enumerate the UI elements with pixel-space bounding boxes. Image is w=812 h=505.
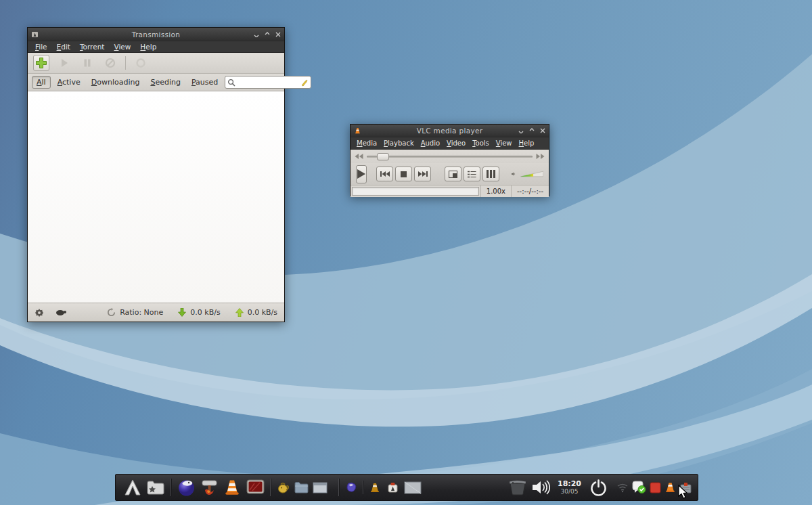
maximize-icon[interactable] xyxy=(264,31,270,37)
equalizer-icon xyxy=(487,170,495,178)
taskbar-window-transmission[interactable] xyxy=(384,477,402,498)
torrent-properties-button[interactable] xyxy=(133,55,149,71)
stop-button[interactable] xyxy=(395,167,412,181)
filter-all[interactable]: All xyxy=(32,76,51,89)
documents-folder-launcher[interactable] xyxy=(292,477,311,498)
web-browser-launcher[interactable] xyxy=(175,475,198,500)
pause-torrent-button[interactable] xyxy=(79,55,95,71)
seek-slider[interactable] xyxy=(367,153,533,160)
file-manager-launcher[interactable] xyxy=(144,475,167,500)
desktop: Transmission File Edit Torrent View Help xyxy=(0,0,812,505)
filter-paused[interactable]: Paused xyxy=(187,76,222,88)
mute-speaker-icon[interactable] xyxy=(512,170,516,178)
menu-view[interactable]: View xyxy=(109,42,135,51)
search-icon xyxy=(227,79,235,87)
search-box[interactable] xyxy=(225,76,311,89)
transmission-filterbar: All Active Downloading Seeding Paused xyxy=(28,74,284,91)
transmission-menubar: File Edit Torrent View Help xyxy=(28,41,284,53)
filter-active[interactable]: Active xyxy=(53,76,85,88)
clock-applet[interactable]: 18:20 30/05 xyxy=(558,480,581,496)
red-terminal-icon xyxy=(246,479,265,496)
toolbar-separator xyxy=(125,56,126,70)
next-button[interactable] xyxy=(414,167,431,181)
close-icon[interactable] xyxy=(539,128,545,134)
build-tool-launcher[interactable] xyxy=(198,475,221,500)
transmission-window-icon xyxy=(387,482,399,493)
gear-icon[interactable] xyxy=(35,308,44,317)
transmission-titlebar[interactable]: Transmission xyxy=(28,28,284,41)
seek-back-icon[interactable] xyxy=(355,153,363,160)
trash-applet[interactable] xyxy=(506,475,529,500)
taskbar-window-browser[interactable] xyxy=(342,477,361,498)
menu-media[interactable]: Media xyxy=(353,139,380,148)
vlc-menubar: Media Playback Audio Video Tools View He… xyxy=(351,137,549,150)
download-arrow-icon xyxy=(178,308,186,317)
update-manager-tray-icon[interactable] xyxy=(632,481,646,494)
playlist-icon xyxy=(468,171,476,178)
vlc-cone-icon xyxy=(223,479,241,496)
menu-tools[interactable]: Tools xyxy=(469,139,493,148)
network-tray-icon[interactable] xyxy=(616,482,629,493)
torrent-list[interactable] xyxy=(28,91,284,303)
close-icon[interactable] xyxy=(275,31,281,37)
app-menu-button[interactable] xyxy=(121,475,144,500)
terminal-launcher[interactable] xyxy=(244,475,267,500)
menu-playback[interactable]: Playback xyxy=(380,139,418,148)
speaker-icon xyxy=(531,479,550,496)
filter-downloading[interactable]: Downloading xyxy=(87,76,144,88)
play-icon xyxy=(59,58,70,68)
playlist-button[interactable] xyxy=(464,167,480,181)
properties-icon xyxy=(135,58,146,68)
equalizer-button[interactable] xyxy=(482,167,499,181)
remove-torrent-button[interactable] xyxy=(102,55,118,71)
globe-window-icon xyxy=(346,482,357,493)
menu-help[interactable]: Help xyxy=(135,42,161,51)
add-torrent-button[interactable] xyxy=(33,55,49,71)
turtle-speed-icon[interactable] xyxy=(55,309,67,316)
time-display[interactable]: --:--/--:-- xyxy=(511,185,549,197)
clear-search-icon[interactable] xyxy=(300,79,309,87)
transmission-window: Transmission File Edit Torrent View Help xyxy=(27,27,285,322)
menu-audio[interactable]: Audio xyxy=(418,139,443,148)
taskbar-window-active[interactable] xyxy=(402,475,424,500)
minimize-icon[interactable] xyxy=(253,31,259,37)
window-title: Transmission xyxy=(28,30,284,39)
folder-star-icon xyxy=(147,480,164,495)
menu-torrent[interactable]: Torrent xyxy=(75,42,110,51)
playback-rate[interactable]: 1.00x xyxy=(480,185,511,197)
seek-handle[interactable] xyxy=(377,153,389,160)
taskbar-separator xyxy=(363,481,363,494)
power-button[interactable] xyxy=(587,475,610,500)
fullscreen-button[interactable] xyxy=(445,167,461,181)
remove-icon xyxy=(105,58,116,68)
seek-forward-icon[interactable] xyxy=(536,153,545,160)
minimize-icon[interactable] xyxy=(518,128,524,134)
start-torrent-button[interactable] xyxy=(56,55,72,71)
clock-time: 18:20 xyxy=(558,480,581,489)
vlc-launcher[interactable] xyxy=(221,475,244,500)
brewing-app-launcher[interactable] xyxy=(274,477,292,498)
taskbar-window-vlc[interactable] xyxy=(365,477,384,498)
menu-file[interactable]: File xyxy=(30,42,52,51)
transmission-toolbar xyxy=(28,53,284,74)
menu-view[interactable]: View xyxy=(493,139,516,148)
taskbar-separator xyxy=(171,479,171,496)
volume-slider[interactable] xyxy=(520,168,543,180)
menu-help[interactable]: Help xyxy=(516,139,538,148)
show-desktop-button[interactable] xyxy=(311,477,329,498)
trash-bucket-icon xyxy=(508,479,528,496)
play-button[interactable] xyxy=(356,165,367,183)
menu-edit[interactable]: Edit xyxy=(52,42,75,51)
maximize-icon[interactable] xyxy=(528,128,535,134)
previous-button[interactable] xyxy=(376,167,393,181)
vlc-status-row: 1.00x --:--/--:-- xyxy=(351,185,549,197)
filter-seeding[interactable]: Seeding xyxy=(146,76,185,88)
hammer-icon xyxy=(200,479,219,496)
search-input[interactable] xyxy=(235,79,300,87)
stop-tray-icon[interactable] xyxy=(650,482,661,493)
window-icon xyxy=(313,482,328,493)
vlc-titlebar[interactable]: VLC media player xyxy=(351,125,549,137)
volume-applet[interactable] xyxy=(529,475,552,500)
vlc-tray-icon[interactable] xyxy=(664,481,676,493)
menu-video[interactable]: Video xyxy=(443,139,469,148)
